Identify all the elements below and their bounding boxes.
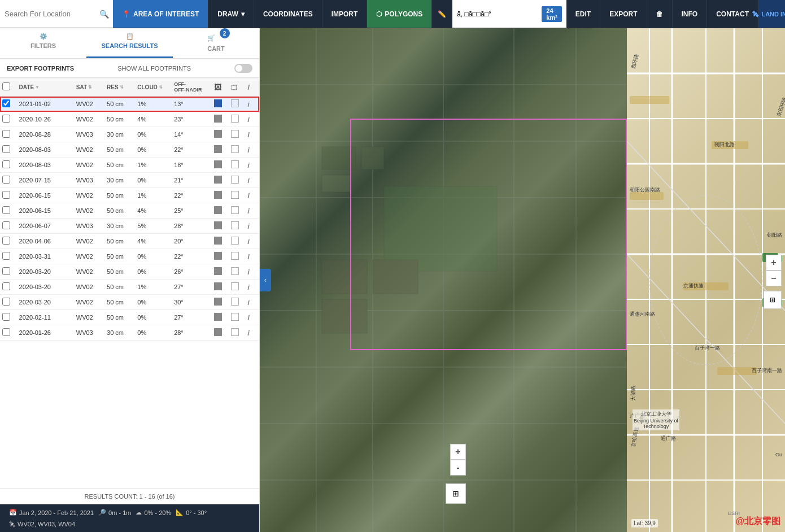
row-checkbox-cell[interactable] (0, 203, 17, 219)
zoom-out-button[interactable]: - (450, 460, 466, 476)
table-row[interactable]: 2020-06-07 WV03 30 cm 5% 28° i (0, 219, 259, 234)
row-checkbox[interactable] (2, 206, 10, 214)
row-info-button[interactable]: i (245, 158, 259, 173)
row-checkbox-cell[interactable] (0, 188, 17, 203)
table-row[interactable]: 2020-02-11 WV02 50 cm 0% 27° i (0, 310, 259, 325)
row-info-button[interactable]: i (245, 142, 259, 158)
row-checkbox-cell[interactable] (0, 142, 17, 158)
row-info-button[interactable]: i (245, 325, 259, 341)
info-icon-button[interactable]: i (247, 115, 250, 124)
info-icon-button[interactable]: i (247, 329, 250, 337)
search-button[interactable]: 🔍 (99, 10, 109, 19)
row-checkbox-cell[interactable] (0, 310, 17, 325)
area-text-input[interactable] (457, 10, 536, 18)
row-checkbox-cell[interactable] (0, 249, 17, 264)
row-info-button[interactable]: i (245, 295, 259, 310)
row-info-button[interactable]: i (245, 188, 259, 203)
table-row[interactable]: 2020-03-20 WV02 50 cm 0% 26° i (0, 264, 259, 280)
right-map-panel[interactable]: 西环路 东四环路 朝阳北路 朝阳公园南路 朝阳路 日坛路 京通快速 通惠河南路 … (627, 28, 785, 532)
col-header-res[interactable]: RES ⇅ (104, 78, 135, 97)
row-checkbox-cell[interactable] (0, 127, 17, 142)
info-icon-button[interactable]: i (247, 237, 250, 246)
search-input[interactable] (5, 10, 99, 18)
table-row[interactable]: 2020-06-15 WV02 50 cm 4% 25° i (0, 203, 259, 219)
map-area[interactable]: ‹ + - ⊞ (260, 28, 627, 532)
edit-button[interactable]: EDIT (566, 0, 600, 28)
right-map-zoom-in[interactable]: + (766, 255, 782, 271)
row-info-button[interactable]: i (245, 264, 259, 280)
row-checkbox[interactable] (2, 221, 10, 229)
row-info-button[interactable]: i (245, 173, 259, 188)
tab-filters[interactable]: ⚙️ FILTERS (0, 28, 86, 58)
row-checkbox-cell[interactable] (0, 280, 17, 295)
info-icon-button[interactable]: i (247, 100, 250, 108)
coordinates-button[interactable]: COORDINATES (254, 0, 322, 28)
table-row[interactable]: 2020-06-15 WV02 50 cm 1% 22° i (0, 188, 259, 203)
row-checkbox-cell[interactable] (0, 234, 17, 249)
land-info-sat-button[interactable]: 🛰 LAND INFO SAT (758, 0, 785, 28)
tab-cart[interactable]: 🛒 2 CART (173, 28, 259, 58)
footprints-toggle[interactable] (234, 64, 252, 73)
info-icon-button[interactable]: i (247, 191, 250, 200)
table-row[interactable]: 2020-08-03 WV02 50 cm 0% 22° i (0, 142, 259, 158)
import-button[interactable]: IMPORT (322, 0, 368, 28)
row-checkbox[interactable] (2, 267, 10, 275)
row-checkbox-cell[interactable] (0, 264, 17, 280)
row-checkbox-cell[interactable] (0, 219, 17, 234)
col-header-nadir[interactable]: OFF- OFF-NADIR (172, 78, 212, 97)
select-all-checkbox[interactable] (2, 82, 10, 90)
info-icon-button[interactable]: i (247, 298, 250, 307)
table-row[interactable]: 2020-04-06 WV02 50 cm 4% 20° i (0, 234, 259, 249)
row-info-button[interactable]: i (245, 203, 259, 219)
info-icon-button[interactable]: i (247, 146, 250, 154)
row-checkbox[interactable] (2, 191, 10, 199)
table-row[interactable]: 2020-07-15 WV03 30 cm 0% 21° i (0, 173, 259, 188)
row-checkbox[interactable] (2, 298, 10, 306)
row-checkbox-cell[interactable] (0, 295, 17, 310)
info-icon-button[interactable]: i (247, 130, 250, 139)
info-icon-button[interactable]: i (247, 222, 250, 230)
row-checkbox-cell[interactable] (0, 325, 17, 341)
panel-collapse-button[interactable]: ‹ (260, 269, 271, 291)
row-checkbox[interactable] (2, 145, 10, 153)
row-info-button[interactable]: i (245, 112, 259, 127)
row-checkbox[interactable] (2, 130, 10, 138)
info-icon-button[interactable]: i (247, 313, 250, 322)
table-row[interactable]: 2020-08-28 WV03 30 cm 0% 14° i (0, 127, 259, 142)
col-header-cloud[interactable]: CLOUD ⇅ (135, 78, 172, 97)
export-button[interactable]: EXPORT (600, 0, 647, 28)
info-icon-button[interactable]: i (247, 252, 250, 261)
row-checkbox[interactable] (2, 176, 10, 184)
row-checkbox-cell[interactable] (0, 97, 17, 112)
table-row[interactable]: 2020-10-26 WV02 50 cm 4% 23° i (0, 112, 259, 127)
row-checkbox[interactable] (2, 99, 10, 107)
satellite-map[interactable]: ‹ + - ⊞ (260, 28, 627, 532)
right-map-zoom-out[interactable]: − (766, 271, 782, 286)
polygons-button[interactable]: ⬡ POLYGONS (367, 0, 432, 28)
table-row[interactable]: 2020-08-03 WV02 50 cm 1% 18° i (0, 158, 259, 173)
info-icon-button[interactable]: i (247, 283, 250, 291)
tab-search-results[interactable]: 📋 SEARCH RESULTS (86, 28, 173, 58)
row-checkbox[interactable] (2, 115, 10, 123)
row-info-button[interactable]: i (245, 219, 259, 234)
col-header-check[interactable] (0, 78, 17, 97)
row-info-button[interactable]: i (245, 310, 259, 325)
row-checkbox[interactable] (2, 160, 10, 168)
row-checkbox[interactable] (2, 237, 10, 245)
row-checkbox-cell[interactable] (0, 173, 17, 188)
info-icon-button[interactable]: i (247, 207, 250, 215)
right-map-layers-button[interactable]: ⊞ (764, 291, 782, 309)
table-row[interactable]: 2020-03-31 WV02 50 cm 0% 22° i (0, 249, 259, 264)
info-button[interactable]: INFO (673, 0, 708, 28)
draw-button[interactable]: DRAW ▾ (208, 0, 254, 28)
row-checkbox[interactable] (2, 252, 10, 260)
table-row[interactable]: 2021-01-02 WV02 50 cm 1% 13° i (0, 97, 259, 112)
table-row[interactable]: 2020-03-20 WV02 50 cm 0% 30° i (0, 295, 259, 310)
row-info-button[interactable]: i (245, 249, 259, 264)
col-header-date[interactable]: DATE ▼ (17, 78, 74, 97)
area-of-interest-button[interactable]: 📍 AREA OF INTEREST (113, 0, 208, 28)
row-info-button[interactable]: i (245, 97, 259, 112)
table-row[interactable]: 2020-01-26 WV03 30 cm 0% 28° i (0, 325, 259, 341)
zoom-in-button[interactable]: + (450, 444, 466, 460)
contact-button[interactable]: CONTACT (707, 0, 758, 28)
